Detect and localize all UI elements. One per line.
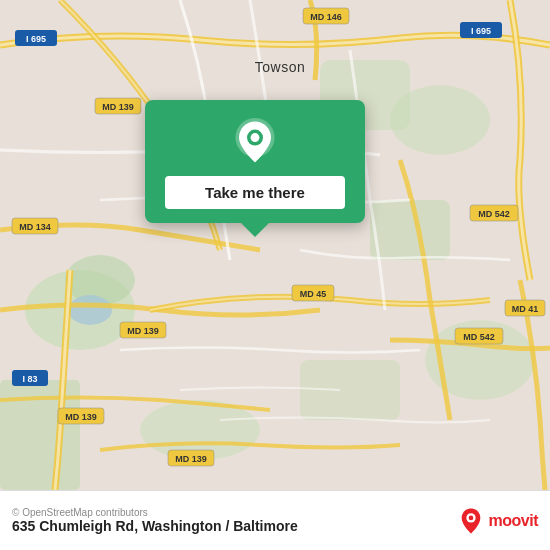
svg-text:MD 139: MD 139 <box>65 412 97 422</box>
svg-text:MD 139: MD 139 <box>175 454 207 464</box>
svg-point-42 <box>468 515 473 520</box>
location-pin-icon <box>231 118 279 166</box>
moovit-pin-icon <box>457 507 485 535</box>
moovit-wordmark: moovit <box>489 512 538 530</box>
map-svg: I 695 I 695 MD 146 MD 139 MD 134 I 83 MD… <box>0 0 550 490</box>
svg-text:MD 45: MD 45 <box>300 289 327 299</box>
svg-text:MD 542: MD 542 <box>463 332 495 342</box>
bottom-bar: © OpenStreetMap contributors 635 Chumlei… <box>0 490 550 550</box>
svg-text:I 83: I 83 <box>22 374 37 384</box>
popup-card: Take me there <box>145 100 365 223</box>
svg-point-40 <box>251 133 260 142</box>
moovit-logo: moovit <box>457 507 538 535</box>
bottom-content: © OpenStreetMap contributors 635 Chumlei… <box>12 507 449 534</box>
copyright-text: © OpenStreetMap contributors <box>12 507 148 518</box>
map-container: I 695 I 695 MD 146 MD 139 MD 134 I 83 MD… <box>0 0 550 490</box>
address-text: 635 Chumleigh Rd, Washington / Baltimore <box>12 518 298 534</box>
svg-text:Towson: Towson <box>255 59 305 75</box>
svg-text:I 695: I 695 <box>471 26 491 36</box>
svg-text:I 695: I 695 <box>26 34 46 44</box>
take-me-there-button[interactable]: Take me there <box>165 176 345 209</box>
svg-point-10 <box>68 295 112 325</box>
svg-point-4 <box>390 85 490 155</box>
svg-rect-5 <box>370 200 450 260</box>
svg-rect-9 <box>300 360 400 420</box>
svg-text:MD 139: MD 139 <box>127 326 159 336</box>
svg-text:MD 146: MD 146 <box>310 12 342 22</box>
svg-text:MD 134: MD 134 <box>19 222 51 232</box>
svg-text:MD 41: MD 41 <box>512 304 539 314</box>
svg-text:MD 542: MD 542 <box>478 209 510 219</box>
svg-text:MD 139: MD 139 <box>102 102 134 112</box>
